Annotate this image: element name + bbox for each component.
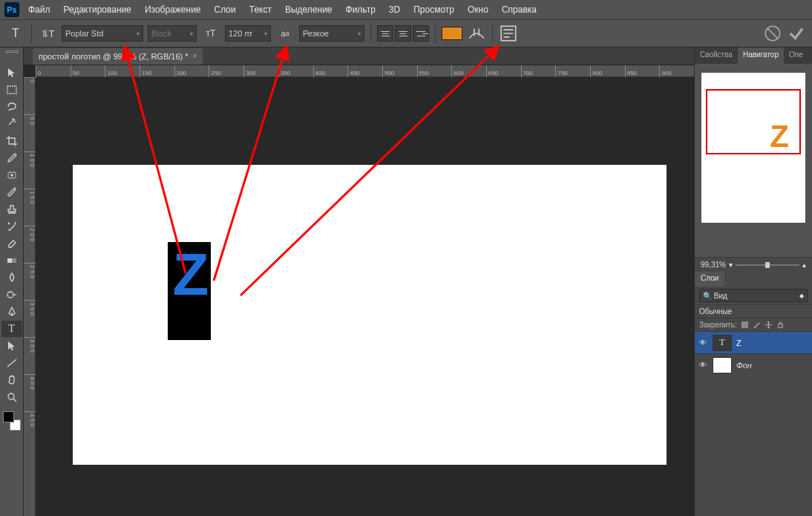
font-size-icon: тT (201, 24, 220, 43)
type-tool[interactable]: T (1, 321, 22, 337)
visibility-icon[interactable]: 👁 (698, 361, 708, 369)
menu-edit[interactable]: Редактирование (64, 4, 131, 15)
layer-item[interactable]: 👁 Фон (695, 353, 812, 376)
menu-layer[interactable]: Слои (215, 4, 236, 15)
layer-thumbnail (713, 357, 732, 373)
zoom-tool[interactable] (1, 389, 22, 405)
menu-image[interactable]: Изображение (145, 4, 201, 15)
stamp-tool[interactable] (1, 201, 22, 218)
eyedropper-tool[interactable] (1, 150, 22, 166)
text-color-swatch[interactable] (442, 27, 462, 40)
menu-window[interactable]: Окно (468, 4, 488, 15)
lock-brush-icon[interactable] (753, 321, 761, 329)
align-right-button[interactable] (413, 25, 429, 42)
menu-3d[interactable]: 3D (389, 4, 400, 15)
move-tool[interactable] (1, 65, 22, 81)
svg-point-7 (8, 393, 14, 399)
antialias-dropdown[interactable]: Резкое▾ (299, 25, 364, 42)
menu-file[interactable]: Файл (28, 4, 50, 15)
svg-rect-9 (778, 324, 782, 328)
tab-operations[interactable]: Опе (784, 48, 808, 64)
healing-tool[interactable] (1, 167, 22, 183)
layer-thumbnail: T (713, 335, 732, 351)
layer-filter-dropdown[interactable]: 🔍 Вид ◆ (699, 289, 808, 302)
navigator-zoom-bar: 99,31% ▾ ▴ (695, 257, 812, 272)
lock-all-icon[interactable] (776, 321, 785, 329)
app-logo: Ps (4, 2, 19, 17)
zoom-in-icon[interactable]: ▴ (802, 261, 806, 269)
cancel-icon[interactable] (763, 24, 782, 43)
font-family-dropdown[interactable]: Poplar Std▾ (62, 25, 143, 42)
tool-panel: T (0, 48, 24, 516)
brush-tool[interactable] (1, 184, 22, 200)
font-style-dropdown[interactable]: Black▾ (148, 25, 197, 42)
zoom-out-icon[interactable]: ▾ (729, 261, 733, 269)
eraser-tool[interactable] (1, 235, 22, 252)
menu-text[interactable]: Текст (249, 4, 272, 15)
marquee-tool[interactable] (1, 82, 22, 98)
blend-mode-label: Обычные (699, 307, 732, 316)
font-style-label: Black (151, 29, 171, 38)
blur-tool[interactable] (1, 270, 22, 286)
navigator-thumbnail[interactable]: Z (701, 73, 805, 223)
layer-item[interactable]: 👁 T Z (695, 331, 812, 353)
menu-view[interactable]: Просмотр (413, 4, 454, 15)
lock-row: Закрепить: (695, 319, 812, 331)
layer-name[interactable]: Z (736, 339, 741, 347)
font-family-label: Poplar Std (65, 29, 103, 38)
font-size-label: 120 пт (229, 29, 252, 38)
close-icon[interactable]: × (193, 52, 197, 60)
svg-rect-2 (7, 86, 16, 94)
history-brush-tool[interactable] (1, 218, 22, 235)
magic-wand-tool[interactable] (1, 116, 22, 132)
menu-bar: Ps Файл Редактирование Изображение Слои … (0, 0, 812, 19)
hand-tool[interactable] (1, 372, 22, 388)
document-area: простой логотип @ 99,3% (Z, RGB/16) * × … (24, 48, 694, 516)
menu-select[interactable]: Выделение (285, 4, 333, 15)
lasso-tool[interactable] (1, 99, 22, 115)
antialias-label: Резкое (303, 29, 329, 38)
vertical-ruler: 05 01 0 01 5 02 0 02 5 03 0 03 5 04 0 04… (24, 77, 36, 516)
shape-tool[interactable] (1, 355, 22, 371)
text-orientation-toggle[interactable]: ⥮T (38, 24, 57, 43)
lock-label: Закрепить: (699, 321, 737, 329)
zoom-value: 99,31% (701, 261, 726, 269)
commit-icon[interactable] (787, 24, 806, 43)
zoom-slider[interactable] (736, 264, 799, 266)
path-select-tool[interactable] (1, 338, 22, 354)
layer-name[interactable]: Фон (736, 361, 752, 370)
tab-navigator[interactable]: Навигатор (738, 48, 784, 64)
text-layer-content[interactable]: Z (168, 242, 211, 304)
lock-pixels-icon[interactable] (741, 321, 749, 329)
panel-grip-icon[interactable] (0, 48, 23, 55)
layer-filter-label: Вид (714, 292, 727, 300)
dodge-tool[interactable] (1, 287, 22, 303)
align-left-button[interactable] (377, 25, 393, 42)
menu-help[interactable]: Справка (502, 4, 537, 15)
font-size-dropdown[interactable]: 120 пт▾ (225, 25, 271, 42)
svg-rect-8 (741, 321, 748, 328)
tab-properties[interactable]: Свойства (695, 48, 738, 64)
navigator-preview-text: Z (770, 119, 788, 154)
document-tab[interactable]: простой логотип @ 99,3% (Z, RGB/16) * × (33, 48, 203, 65)
crop-tool[interactable] (1, 133, 22, 149)
lock-move-icon[interactable] (764, 321, 773, 329)
options-bar: T ⥮T Poplar Std▾ Black▾ тT 120 пт▾ aa Ре… (0, 19, 812, 48)
pen-tool[interactable] (1, 304, 22, 320)
align-center-button[interactable] (395, 25, 411, 42)
character-panel-button[interactable] (499, 24, 518, 43)
gradient-tool[interactable] (1, 252, 22, 269)
canvas-viewport[interactable]: Z (36, 77, 694, 516)
navigator-panel: Z (695, 64, 812, 257)
antialias-icon: aa (275, 24, 295, 43)
right-panels: Свойства Навигатор Опе Z 99,31% ▾ ▴ Слои… (694, 48, 812, 516)
tool-preset-icon[interactable]: T (6, 24, 25, 43)
info-panel-tabs: Свойства Навигатор Опе (695, 48, 812, 64)
menu-filter[interactable]: Фильтр (346, 4, 376, 15)
canvas[interactable]: Z (73, 165, 667, 465)
fgbg-swatches[interactable] (1, 410, 22, 432)
fg-color-swatch[interactable] (3, 411, 14, 422)
tab-layers[interactable]: Слои (695, 272, 724, 287)
warp-text-icon[interactable] (467, 24, 486, 43)
visibility-icon[interactable]: 👁 (698, 339, 708, 347)
